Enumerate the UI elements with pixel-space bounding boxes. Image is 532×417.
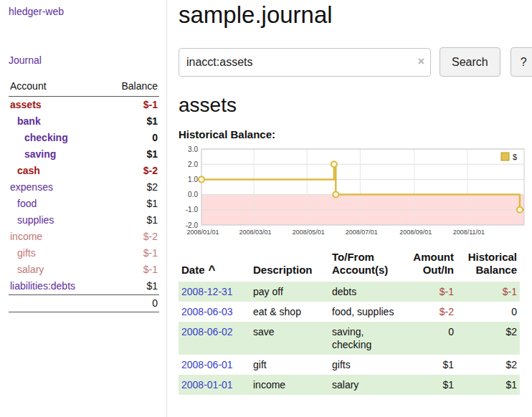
transaction-balance: $2: [457, 355, 520, 375]
transaction-amount: 0: [404, 322, 457, 355]
transaction-date-link[interactable]: 2008-06-01: [181, 359, 233, 370]
account-link-assets[interactable]: assets: [10, 99, 42, 110]
register-header-amount[interactable]: Amount Out/In: [404, 249, 457, 282]
data-point-marker: [199, 176, 204, 182]
account-row: saving$1: [9, 146, 159, 163]
transaction-accounts: debts: [329, 282, 404, 302]
svg-text:2008/03/01: 2008/03/01: [239, 229, 271, 236]
svg-text:1.0: 1.0: [188, 176, 198, 183]
account-balance: 0: [103, 130, 159, 146]
account-balance: $1: [103, 113, 159, 130]
svg-text:0.0: 0.0: [188, 191, 198, 198]
register-row: 2008-01-01incomesalary$1$1: [179, 375, 520, 395]
account-balance: $-1: [103, 262, 159, 278]
transaction-date-link[interactable]: 2008-01-01: [181, 379, 233, 390]
transaction-balance: $2: [457, 322, 520, 355]
transaction-balance: $1: [457, 375, 520, 395]
sidebar: hledger-web Journal Account Balance asse…: [0, 0, 167, 417]
legend-swatch: [501, 153, 509, 160]
accounts-table-body: assets$-1bank$1checking0saving$1cash$-2e…: [9, 97, 159, 295]
account-row: checking0: [9, 130, 159, 146]
accounts-header-row: Account Balance: [9, 79, 159, 97]
register-table-body: 2008-12-31pay offdebts$-1$-12008-06-03ea…: [179, 282, 520, 395]
account-balance: $-2: [103, 229, 159, 245]
register-table: Date^ Description To/From Account(s) Amo…: [179, 249, 520, 395]
transaction-date-link[interactable]: 2008-06-02: [181, 326, 233, 337]
nav-journal-link[interactable]: Journal: [9, 54, 159, 66]
data-point-marker: [333, 192, 338, 198]
legend-label: $: [513, 153, 517, 161]
svg-text:2008/05/01: 2008/05/01: [293, 229, 325, 236]
data-point-marker: [331, 161, 337, 167]
search-input-wrap: ×: [179, 48, 431, 77]
transaction-accounts: saving, checking: [329, 322, 404, 355]
account-link-salary[interactable]: salary: [17, 264, 44, 275]
transaction-date-link[interactable]: 2008-12-31: [181, 286, 233, 297]
transaction-balance: 0: [457, 302, 520, 322]
account-link-checking[interactable]: checking: [24, 132, 68, 143]
register-row: 2008-12-31pay offdebts$-1$-1: [179, 282, 520, 302]
svg-text:2008/11/01: 2008/11/01: [453, 229, 485, 236]
search-input[interactable]: [179, 48, 431, 77]
register-row: 2008-06-01giftgifts$1$2: [179, 355, 520, 375]
account-row: cash$-2: [9, 163, 159, 179]
account-balance: $1: [103, 146, 159, 163]
transaction-amount: $-2: [404, 302, 457, 322]
account-link-food[interactable]: food: [17, 198, 37, 209]
transaction-amount: $1: [404, 355, 457, 375]
account-link-liabilities-debts[interactable]: liabilities:debts: [10, 280, 75, 292]
register-header-accounts[interactable]: To/From Account(s): [329, 249, 404, 282]
account-row: gifts$-1: [9, 245, 159, 262]
svg-text:3.0: 3.0: [188, 145, 198, 153]
account-link-expenses[interactable]: expenses: [10, 181, 53, 193]
accounts-table: Account Balance assets$-1bank$1checking0…: [9, 79, 159, 312]
transaction-description: income: [250, 375, 329, 395]
register-header-row: Date^ Description To/From Account(s) Amo…: [179, 249, 520, 282]
transaction-description: pay off: [250, 282, 329, 302]
transaction-accounts: salary: [329, 375, 404, 395]
svg-text:2008/01/01: 2008/01/01: [186, 229, 219, 236]
app-title-link[interactable]: hledger-web: [9, 6, 159, 17]
account-balance: $-2: [103, 163, 159, 179]
transaction-balance: $-1: [457, 282, 520, 302]
transaction-description: eat & shop: [250, 302, 329, 322]
account-balance: $2: [103, 179, 159, 196]
sort-ascending-icon: ^: [209, 263, 216, 277]
account-link-gifts[interactable]: gifts: [17, 247, 36, 259]
transaction-description: gift: [250, 355, 329, 375]
accounts-total-spacer: [9, 295, 103, 312]
search-button[interactable]: Search: [440, 47, 500, 77]
app-window: hledger-web Journal Account Balance asse…: [0, 0, 532, 417]
account-row: income$-2: [9, 229, 159, 245]
account-balance: $1: [103, 278, 159, 295]
svg-text:2008/07/01: 2008/07/01: [346, 229, 378, 236]
transaction-amount: $-1: [404, 282, 457, 302]
register-header-balance[interactable]: Historical Balance: [457, 249, 520, 282]
page-title: sample.journal: [179, 1, 532, 29]
svg-text:-1.0: -1.0: [186, 206, 199, 214]
account-balance: $1: [103, 212, 159, 229]
account-link-cash[interactable]: cash: [17, 165, 40, 176]
data-point-marker: [517, 207, 523, 213]
account-balance: $-1: [103, 97, 159, 114]
accounts-total-value: 0: [103, 295, 159, 312]
account-link-saving[interactable]: saving: [24, 148, 56, 160]
register-header-date[interactable]: Date^: [179, 249, 250, 282]
register-header-description[interactable]: Description: [250, 249, 329, 282]
transaction-date-link[interactable]: 2008-06-03: [181, 306, 233, 317]
accounts-header-balance: Balance: [103, 79, 159, 97]
account-link-income[interactable]: income: [10, 231, 42, 242]
svg-text:-2.0: -2.0: [186, 221, 199, 229]
account-link-bank[interactable]: bank: [17, 115, 41, 127]
help-button[interactable]: ?: [510, 47, 532, 77]
account-row: salary$-1: [9, 262, 159, 278]
accounts-header-account: Account: [9, 79, 103, 97]
account-row: supplies$1: [9, 212, 159, 229]
clear-search-icon[interactable]: ×: [418, 54, 424, 69]
historical-balance-chart: 3.02.01.00.0-1.0-2.02008/01/012008/03/01…: [179, 145, 527, 239]
account-link-supplies[interactable]: supplies: [17, 214, 54, 226]
account-row: food$1: [9, 196, 159, 212]
chart-title: Historical Balance:: [179, 128, 532, 140]
register-row: 2008-06-02savesaving, checking0$2: [179, 322, 520, 355]
account-heading: assets: [179, 94, 532, 117]
